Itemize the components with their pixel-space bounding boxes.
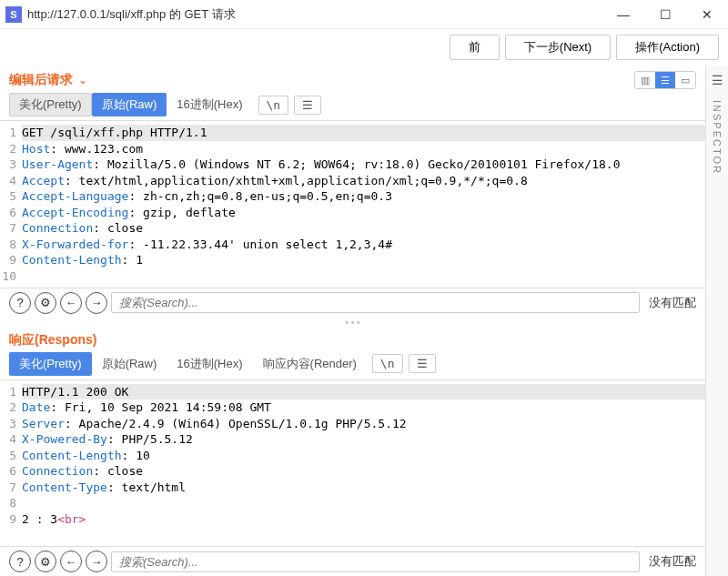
code-line: 8 (0, 495, 705, 511)
tab-hex[interactable]: 16进制(Hex) (167, 352, 252, 376)
close-button[interactable]: ✕ (686, 0, 728, 29)
app-icon: S (5, 6, 22, 23)
tab-raw[interactable]: 原始(Raw) (92, 93, 167, 116)
arrow-right-icon[interactable]: → (86, 551, 107, 572)
help-icon[interactable]: ? (9, 292, 31, 314)
request-body[interactable]: 1GET /sqli/xff.php HTTP/1.12Host: www.12… (0, 120, 705, 288)
response-tabbar: 美化(Pretty) 原始(Raw) 16进制(Hex) 响应内容(Render… (0, 352, 705, 376)
tab-hex[interactable]: 16进制(Hex) (167, 93, 252, 116)
menu-icon[interactable]: ☰ (712, 73, 723, 87)
toolbar: 前 下一步(Next) 操作(Action) (0, 29, 728, 66)
next-button[interactable]: 下一步(Next) (505, 35, 611, 60)
response-title: 响应(Respons) (9, 332, 96, 349)
view-split-icon[interactable]: ☰ (655, 72, 675, 88)
divider-icon[interactable]: • • • (0, 318, 705, 327)
code-line: 10 (0, 268, 705, 285)
response-body[interactable]: 1HTTP/1.1 200 OK2Date: Fri, 10 Sep 2021 … (0, 379, 705, 547)
tab-menu-icon[interactable]: ☰ (294, 96, 321, 115)
code-line: 2Date: Fri, 10 Sep 2021 14:59:08 GMT (0, 399, 705, 416)
minimize-button[interactable]: — (602, 0, 644, 29)
arrow-left-icon[interactable]: ← (60, 551, 82, 572)
gear-icon[interactable]: ⚙ (35, 551, 56, 572)
code-line: 4X-Powered-By: PHP/5.5.12 (0, 431, 705, 448)
code-line: 7Connection: close (0, 220, 705, 237)
tab-newline[interactable]: \n (372, 354, 403, 373)
code-line: 5Content-Length: 10 (0, 448, 705, 464)
code-line: 6Accept-Encoding: gzip, deflate (0, 205, 705, 221)
code-line: 3User-Agent: Mozilla/5.0 (Windows NT 6.2… (0, 157, 705, 173)
response-footer: ? ⚙ ← → 没有匹配 (0, 546, 705, 576)
code-line: 6Connection: close (0, 463, 705, 480)
tab-pretty[interactable]: 美化(Pretty) (9, 93, 92, 116)
code-line: 5Accept-Language: zh-cn,zh;q=0.8,en-us;q… (0, 188, 705, 205)
code-line: 9Content-Length: 1 (0, 252, 705, 268)
response-header: 响应(Respons) (0, 327, 705, 352)
code-line: 1HTTP/1.1 200 OK (0, 384, 705, 400)
tab-render[interactable]: 响应内容(Render) (253, 352, 367, 376)
inspector-label[interactable]: INSPECTOR (712, 100, 723, 175)
code-line: 92 : 3<br> (0, 511, 705, 528)
arrow-left-icon[interactable]: ← (60, 292, 82, 314)
view-columns-icon[interactable]: ▥ (635, 72, 655, 88)
help-icon[interactable]: ? (9, 551, 31, 572)
chevron-down-icon[interactable]: ⌄ (78, 74, 87, 86)
code-line: 8X-Forwarded-for: -11.22.33.44' union se… (0, 237, 705, 253)
view-switch[interactable]: ▥ ☰ ▭ (634, 71, 696, 89)
tab-pretty[interactable]: 美化(Pretty) (9, 352, 92, 376)
gear-icon[interactable]: ⚙ (35, 292, 56, 314)
tab-raw[interactable]: 原始(Raw) (92, 352, 167, 376)
response-nomatch: 没有匹配 (643, 553, 696, 570)
tab-menu-icon[interactable]: ☰ (409, 354, 436, 373)
request-footer: ? ⚙ ← → 没有匹配 (0, 288, 705, 318)
code-line: 4Accept: text/html,application/xhtml+xml… (0, 173, 705, 189)
code-line: 7Content-Type: text/html (0, 480, 705, 496)
request-nomatch: 没有匹配 (643, 295, 696, 311)
request-header: 编辑后请求 ⌄ ▥ ☰ ▭ (0, 66, 705, 93)
maximize-button[interactable]: ☐ (644, 0, 686, 29)
request-tabbar: 美化(Pretty) 原始(Raw) 16进制(Hex) \n ☰ (0, 93, 705, 116)
tab-newline[interactable]: \n (258, 96, 289, 115)
inspector-sidebar: ☰ INSPECTOR (706, 66, 728, 576)
titlebar: S http://127.0.0.1/sqli/xff.php 的 GET 请求… (0, 0, 728, 29)
prev-button[interactable]: 前 (450, 35, 500, 60)
window-title: http://127.0.0.1/sqli/xff.php 的 GET 请求 (27, 6, 602, 23)
arrow-right-icon[interactable]: → (86, 292, 107, 314)
code-line: 1GET /sqli/xff.php HTTP/1.1 (0, 125, 705, 141)
code-line: 2Host: www.123.com (0, 141, 705, 157)
response-search-input[interactable] (111, 551, 640, 572)
request-title: 编辑后请求 (9, 72, 73, 88)
code-line: 3Server: Apache/2.4.9 (Win64) OpenSSL/1.… (0, 416, 705, 432)
request-search-input[interactable] (111, 292, 640, 313)
view-single-icon[interactable]: ▭ (675, 72, 695, 88)
action-button[interactable]: 操作(Action) (616, 35, 719, 60)
